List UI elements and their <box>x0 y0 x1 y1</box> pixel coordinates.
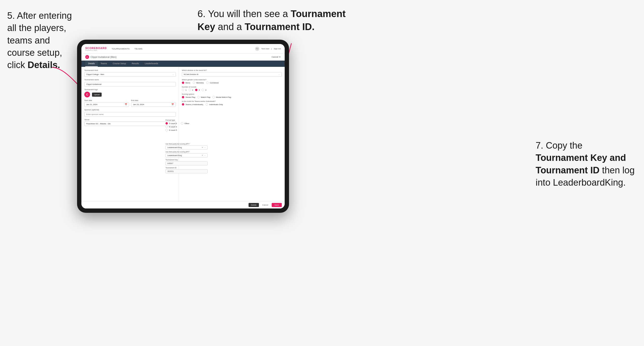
teams-teams-radio[interactable] <box>182 103 184 106</box>
delete-button[interactable]: Delete <box>248 203 259 207</box>
upload-button[interactable]: Upload <box>92 93 102 97</box>
header-right: TU Test User | Sign out <box>255 47 281 51</box>
annotation-left: 5. After entering all the players, teams… <box>7 10 75 71</box>
format-other[interactable]: Other <box>181 122 189 125</box>
scoring-medal-radio[interactable] <box>212 96 215 98</box>
tournament-id-value: 302051 <box>179 169 208 173</box>
rounds-4-radio[interactable] <box>202 89 204 91</box>
save-button[interactable]: Save <box>272 203 282 207</box>
gender-combined-radio[interactable] <box>206 82 208 84</box>
logo-text: SCOREBOARD <box>85 47 107 49</box>
tournament-icon: C <box>85 55 89 59</box>
teams-individuals-radio[interactable] <box>206 103 208 106</box>
tournament-name-label: Tournament name <box>84 79 176 81</box>
start-date-label: Start date <box>84 99 129 101</box>
rounds-2[interactable]: 2 <box>188 89 193 91</box>
live-scoring-label1: Use third-party live scoring API? <box>179 143 208 145</box>
format-other-radio[interactable] <box>181 122 183 125</box>
venue-group: Venue Peachtree GC - Atlanta - GA ⌄ <box>84 119 176 126</box>
rounds-3[interactable]: 3 <box>195 89 200 91</box>
tournament-host-label: Tournament Host <box>84 69 176 71</box>
end-date-label: End date <box>131 99 176 101</box>
tournament-title: Clippd Invitational (Men) <box>90 56 116 58</box>
gender-mens-radio[interactable] <box>182 82 184 84</box>
rounds-3-radio[interactable] <box>195 89 198 91</box>
logo-upload-row: C Upload <box>84 92 176 97</box>
gender-womens[interactable]: Womens <box>193 82 204 84</box>
rounds-label: Number of rounds <box>182 86 282 88</box>
annotation-right: 7. Copy the Tournament Key and Tournamen… <box>536 140 637 189</box>
venue-label: Venue <box>84 119 176 121</box>
sponsor-group: Sponsor (optional) <box>84 109 176 117</box>
rounds-4[interactable]: 4 <box>202 89 206 91</box>
scoring-match[interactable]: Match Play <box>197 96 210 98</box>
format-col-right: Other <box>181 122 189 131</box>
division-group: Which division is the event for? NCAA Di… <box>182 69 282 77</box>
teams-group: Is this event for Teams and/or Individua… <box>182 100 282 106</box>
rounds-group: Number of rounds 1 2 3 <box>182 86 282 91</box>
tab-teams[interactable]: Teams <box>98 61 110 67</box>
scoring-radio-row: Stroke Play Match Play Medal Match Play <box>182 96 282 98</box>
scoring-match-radio[interactable] <box>197 96 200 98</box>
tab-results[interactable]: Results <box>129 61 142 67</box>
tournament-logo-group: Tournament logo C Upload <box>84 88 176 97</box>
tabs: Details Teams Course Setup Results Leade… <box>82 61 285 67</box>
teams-individuals[interactable]: Individuals Only <box>206 103 223 106</box>
tournament-name-input[interactable] <box>84 82 176 87</box>
nav-teams[interactable]: TEAMS <box>134 48 142 50</box>
tournament-name-group: Tournament name <box>84 79 176 87</box>
nav-tournaments[interactable]: TOURNAMENTS <box>112 48 130 50</box>
division-input[interactable]: NCAA Division III ⌄ <box>182 72 282 77</box>
annotation-top: 6. You will then see a Tournament Key an… <box>198 7 361 33</box>
venue-input[interactable]: Peachtree GC - Atlanta - GA ⌄ <box>84 121 176 126</box>
tablet: SCOREBOARD Powered by clippd TOURNAMENTS… <box>77 40 289 213</box>
end-date-input[interactable]: Jan 23, 2024 📅 <box>131 102 176 107</box>
sponsor-input[interactable] <box>84 112 176 117</box>
format-section: Format type 5 count 4 6 count 4 <box>179 119 208 131</box>
scoring-medal[interactable]: Medal Match Play <box>212 96 232 98</box>
rounds-radio-row: 1 2 3 4 <box>182 89 282 91</box>
logo-preview: C <box>84 92 90 97</box>
tournament-host-group: Tournament Host Clippd College - Men ⌄ <box>84 69 176 77</box>
gender-womens-radio[interactable] <box>193 82 195 84</box>
date-group: Start date Jan 21, 2024 📅 End date Jan 2… <box>84 99 176 107</box>
gender-label: Which gender is the event for? <box>182 79 282 81</box>
app-logo: SCOREBOARD Powered by clippd <box>85 47 107 51</box>
rounds-1-radio[interactable] <box>182 89 184 91</box>
rounds-1[interactable]: 1 <box>182 89 186 91</box>
format-label: Format type <box>179 119 208 121</box>
rounds-2-radio[interactable] <box>188 89 191 91</box>
live-scoring-select1[interactable]: Leaderboard King ✕ ⌄ <box>179 146 208 150</box>
scoring-stroke-radio[interactable] <box>182 96 184 98</box>
cancel-link[interactable]: Cancel ✕ <box>272 56 281 58</box>
scoring-group: Scoring system Stroke Play Match Play <box>182 93 282 98</box>
live-scoring-select2[interactable]: Leaderboard King ✕ ⌄ <box>179 154 208 158</box>
tab-leaderboards[interactable]: Leaderboards <box>142 61 161 67</box>
left-panel: Tournament Host Clippd College - Men ⌄ T… <box>82 67 179 201</box>
live-scoring-section: Use third-party live scoring API? Leader… <box>179 143 208 175</box>
app-header: SCOREBOARD Powered by clippd TOURNAMENTS… <box>82 44 285 54</box>
gender-combined[interactable]: Combined <box>206 82 218 84</box>
division-label: Which division is the event for? <box>182 69 282 71</box>
teams-teams[interactable]: Teams (+Individuals) <box>182 103 203 106</box>
end-date-field: End date Jan 23, 2024 📅 <box>131 99 176 107</box>
sign-out-link[interactable]: Sign out <box>274 48 281 50</box>
teams-label: Is this event for Teams and/or Individua… <box>182 100 282 102</box>
tournament-id-label: Tournament ID <box>179 167 208 169</box>
tournament-key-value: b4f6b7 <box>179 161 208 166</box>
gender-radio-row: Mens Womens Combined <box>182 82 282 84</box>
sponsor-label: Sponsor (optional) <box>84 109 176 111</box>
gender-mens[interactable]: Mens <box>182 82 190 84</box>
user-name: Test User <box>261 48 270 50</box>
date-row: Start date Jan 21, 2024 📅 End date Jan 2… <box>84 99 176 107</box>
main-content: Tournament Host Clippd College - Men ⌄ T… <box>82 67 285 201</box>
tab-course-setup[interactable]: Course Setup <box>110 61 129 67</box>
tournament-header: C Clippd Invitational (Men) Cancel ✕ <box>82 54 285 61</box>
tournament-logo-label: Tournament logo <box>84 88 176 91</box>
start-date-input[interactable]: Jan 21, 2024 📅 <box>84 102 129 107</box>
tab-details[interactable]: Details <box>85 61 98 67</box>
scoring-stroke[interactable]: Stroke Play <box>182 96 195 98</box>
footer: Delete Cancel Save <box>82 201 285 208</box>
tournament-host-input[interactable]: Clippd College - Men ⌄ <box>84 72 176 77</box>
footer-cancel-button[interactable]: Cancel <box>260 203 270 207</box>
